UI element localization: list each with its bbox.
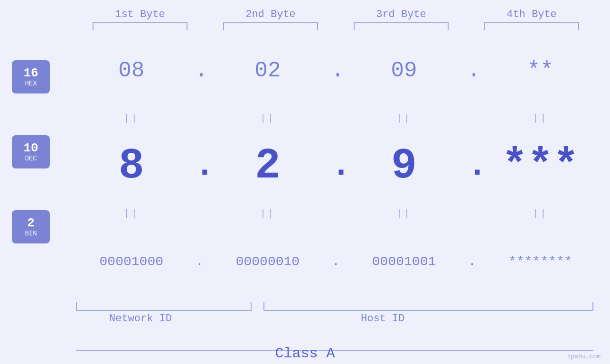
dec-num: 10: [23, 141, 38, 155]
eq1-b2: ||: [211, 113, 325, 124]
bracket-byte3: [354, 22, 449, 30]
network-id-label: Network ID: [109, 313, 172, 325]
eq2-b1: ||: [75, 208, 188, 219]
dec-dot2: .: [331, 147, 340, 185]
class-a-label: Class A: [0, 345, 610, 362]
eq1-b4: ||: [483, 113, 597, 124]
grid-area: 08 . 02 . 09 . ** || ||: [62, 30, 610, 302]
eq2-b4: ||: [483, 208, 597, 219]
byte1-header: 1st Byte: [83, 9, 197, 20]
eq1-b3: ||: [347, 113, 461, 124]
dec-label: DEC: [25, 155, 37, 162]
bracket-byte4: [484, 22, 579, 30]
byte-headers: 1st Byte 2nd Byte 3rd Byte 4th Byte: [75, 9, 597, 20]
host-bracket: [263, 302, 593, 311]
bin-b2: 00000010: [211, 254, 325, 269]
bracket-byte2: [223, 22, 318, 30]
equals-row-1: || || || ||: [71, 111, 601, 125]
bracket-row: [75, 22, 597, 30]
hex-label: HEX: [25, 80, 37, 87]
bin-label: BIN: [25, 230, 37, 237]
host-id-label: Host ID: [361, 313, 404, 325]
eq1-b1: ||: [75, 113, 188, 124]
hex-dot2: .: [331, 58, 340, 83]
bin-dot1: .: [195, 254, 204, 269]
bin-num: 2: [27, 216, 35, 230]
footer-text: ipshu.com: [567, 353, 601, 360]
hex-b1: 08: [75, 58, 188, 83]
dec-b4: ***: [483, 142, 597, 190]
dec-value-row: 8 . 2 . 9 . ***: [71, 125, 601, 206]
network-bracket: [76, 302, 252, 311]
hex-b4: **: [483, 58, 597, 83]
eq2-b3: ||: [347, 208, 461, 219]
eq2-b2: ||: [211, 208, 325, 219]
bin-dot2: .: [331, 254, 340, 269]
bin-b3: 00001001: [347, 254, 461, 269]
bin-value-row: 00001000 . 00000010 . 00001001 . *******…: [71, 221, 601, 302]
hex-num: 16: [23, 66, 38, 80]
byte4-header: 4th Byte: [475, 9, 589, 20]
dec-dot3: .: [468, 147, 477, 185]
hex-dot1: .: [195, 58, 204, 83]
dec-b1: 8: [75, 142, 188, 190]
byte2-header: 2nd Byte: [214, 9, 328, 20]
byte3-header: 3rd Byte: [344, 9, 458, 20]
hex-dot3: .: [468, 58, 477, 83]
hex-badge: 16 HEX: [12, 60, 50, 93]
dec-b3: 9: [347, 142, 461, 190]
dec-dot1: .: [195, 147, 204, 185]
hex-value-row: 08 . 02 . 09 . **: [71, 30, 601, 111]
bottom-section: Network ID Host ID Class A ipshu.com: [0, 302, 610, 364]
hex-b2: 02: [211, 58, 325, 83]
dec-b2: 2: [211, 142, 325, 190]
main-container: 1st Byte 2nd Byte 3rd Byte 4th Byte 16 H…: [0, 0, 610, 364]
main-area: 16 HEX 10 DEC 2 BIN 08 . 02: [0, 30, 610, 302]
equals-row-2: || || || ||: [71, 207, 601, 221]
left-labels: 16 HEX 10 DEC 2 BIN: [0, 30, 62, 302]
bin-b4: ********: [483, 254, 597, 269]
bin-badge: 2 BIN: [12, 210, 50, 243]
bracket-byte1: [93, 22, 188, 30]
bin-b1: 00001000: [75, 254, 188, 269]
hex-b3: 09: [347, 58, 461, 83]
dec-badge: 10 DEC: [12, 135, 50, 168]
bin-dot3: .: [468, 254, 477, 269]
